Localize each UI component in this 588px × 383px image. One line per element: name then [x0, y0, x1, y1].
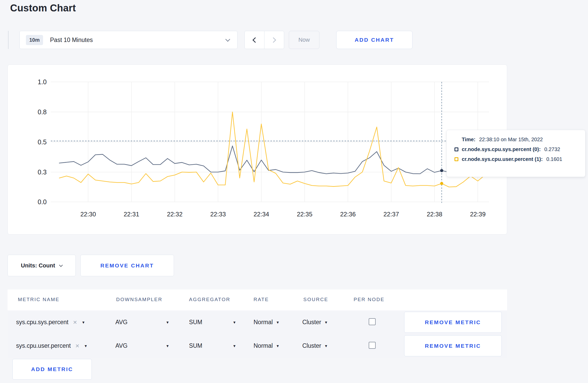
user-series-swatch-icon — [454, 157, 458, 161]
y-axis-label: 0.0 — [38, 198, 47, 205]
chevron-down-icon — [225, 37, 230, 41]
metric-name-select[interactable]: sys.cpu.user.percent ✕ ▼ — [16, 334, 88, 358]
tooltip-user-value: 0.1601 — [546, 156, 562, 162]
aggregator-value: SUM — [189, 319, 202, 326]
metrics-table: METRIC NAME DOWNSAMPLER AGGREGATOR RATE … — [8, 289, 507, 358]
caret-down-icon: ▼ — [166, 344, 169, 348]
clear-metric-icon[interactable]: ✕ — [75, 343, 80, 349]
caret-down-icon: ▼ — [233, 344, 236, 348]
downsampler-select[interactable]: AVG ▼ — [115, 310, 169, 334]
page-title: Custom Chart — [10, 3, 76, 14]
remove-metric-button[interactable]: REMOVE METRIC — [404, 312, 502, 333]
header-per-node: PER NODE — [354, 297, 384, 302]
caret-down-icon: ▼ — [276, 321, 279, 324]
units-label: Units: Count — [21, 262, 55, 269]
remove-metric-button[interactable]: REMOVE METRIC — [404, 335, 502, 356]
aggregator-select[interactable]: SUM ▼ — [189, 310, 236, 334]
caret-down-icon: ▼ — [233, 321, 236, 324]
aggregator-value: SUM — [189, 342, 202, 349]
header-metric-name: METRIC NAME — [18, 297, 60, 302]
downsampler-value: AVG — [115, 319, 128, 326]
x-axis-label: 22:34 — [254, 211, 269, 218]
series-line-1 — [59, 112, 485, 187]
x-axis-label: 22:32 — [167, 211, 183, 218]
header-downsampler: DOWNSAMPLER — [116, 297, 162, 302]
chevron-down-icon — [59, 263, 63, 267]
tooltip-sys-value: 0.2732 — [544, 146, 560, 152]
caret-down-icon: ▼ — [276, 344, 279, 348]
rate-value: Normal — [254, 342, 273, 349]
x-axis-label: 22:39 — [470, 211, 486, 218]
y-axis-label: 0.8 — [38, 108, 47, 116]
header-aggregator: AGGREGATOR — [189, 297, 230, 302]
x-axis-label: 22:31 — [124, 211, 139, 218]
chevron-right-icon — [271, 37, 276, 42]
x-axis-label: 22:37 — [383, 211, 399, 218]
tooltip-sys-label: cr.node.sys.cpu.sys.percent (0): — [462, 146, 541, 152]
remove-chart-button[interactable]: REMOVE CHART — [80, 255, 174, 276]
add-metric-button[interactable]: ADD METRIC — [12, 359, 92, 380]
metric-name-value: sys.cpu.user.percent — [16, 342, 71, 349]
add-chart-button[interactable]: ADD CHART — [336, 31, 412, 49]
source-select[interactable]: Cluster ▼ — [302, 310, 328, 334]
tooltip-time-label: Time: — [462, 137, 475, 143]
table-row: sys.cpu.user.percent ✕ ▼ AVG ▼ SUM ▼ Nor… — [8, 334, 507, 358]
y-axis-label: 0.3 — [38, 168, 47, 176]
metric-name-value: sys.cpu.sys.percent — [16, 319, 68, 326]
chart-card: 0.00.30.50.81.022:3022:3122:3222:3322:34… — [8, 65, 507, 235]
aggregator-select[interactable]: SUM ▼ — [189, 334, 236, 358]
rate-select[interactable]: Normal ▼ — [254, 334, 279, 358]
x-axis-label: 22:35 — [297, 211, 312, 218]
time-pager — [244, 31, 284, 49]
series-line-0 — [59, 146, 485, 174]
time-range-label: Past 10 Minutes — [50, 37, 93, 44]
source-value: Cluster — [302, 342, 321, 349]
header-source: SOURCE — [303, 297, 328, 302]
metrics-table-header: METRIC NAME DOWNSAMPLER AGGREGATOR RATE … — [8, 289, 507, 310]
metrics-table-body: sys.cpu.sys.percent ✕ ▼ AVG ▼ SUM ▼ Norm… — [8, 310, 507, 358]
prev-time-button[interactable] — [245, 31, 264, 49]
clear-metric-icon[interactable]: ✕ — [73, 320, 77, 325]
per-node-checkbox[interactable] — [369, 318, 376, 325]
cpu-percent-chart[interactable]: 0.00.30.50.81.022:3022:3122:3222:3322:34… — [8, 65, 507, 235]
source-select[interactable]: Cluster ▼ — [302, 334, 328, 358]
rate-select[interactable]: Normal ▼ — [254, 310, 279, 334]
metric-name-select[interactable]: sys.cpu.sys.percent ✕ ▼ — [16, 310, 85, 334]
tooltip-time-value: 22:38:10 on Mar 15th, 2022 — [479, 137, 543, 143]
rate-value: Normal — [254, 319, 273, 326]
custom-chart-page: Custom Chart 10m Past 10 Minutes Now ADD… — [0, 0, 588, 383]
chevron-left-icon — [253, 37, 258, 42]
x-axis-label: 22:38 — [427, 211, 442, 218]
next-time-button[interactable] — [264, 31, 284, 49]
toolbar-divider — [8, 31, 9, 49]
downsampler-value: AVG — [115, 342, 128, 349]
x-axis-label: 22:30 — [80, 211, 96, 218]
time-range-select[interactable]: 10m Past 10 Minutes — [19, 31, 237, 49]
header-rate: RATE — [254, 297, 269, 302]
caret-down-icon: ▼ — [84, 344, 88, 348]
caret-down-icon: ▼ — [324, 344, 328, 348]
sys-series-swatch-icon — [454, 147, 458, 151]
x-axis-label: 22:33 — [210, 211, 226, 218]
caret-down-icon: ▼ — [324, 321, 328, 324]
caret-down-icon: ▼ — [166, 321, 169, 324]
hover-dot-1 — [440, 182, 443, 185]
now-button[interactable]: Now — [289, 31, 319, 49]
source-value: Cluster — [302, 319, 321, 326]
hover-dot-0 — [440, 169, 443, 172]
y-axis-label: 1.0 — [38, 78, 47, 86]
caret-down-icon: ▼ — [82, 321, 85, 324]
downsampler-select[interactable]: AVG ▼ — [115, 334, 169, 358]
per-node-checkbox[interactable] — [369, 342, 376, 349]
chart-tooltip: Time: 22:38:10 on Mar 15th, 2022 cr.node… — [446, 130, 585, 177]
units-select[interactable]: Units: Count — [8, 255, 76, 276]
tooltip-user-label: cr.node.sys.cpu.user.percent (1): — [462, 156, 543, 162]
y-axis-label: 0.5 — [38, 138, 47, 146]
x-axis-label: 22:36 — [340, 211, 356, 218]
time-range-badge: 10m — [26, 35, 43, 45]
table-row: sys.cpu.sys.percent ✕ ▼ AVG ▼ SUM ▼ Norm… — [8, 310, 507, 334]
